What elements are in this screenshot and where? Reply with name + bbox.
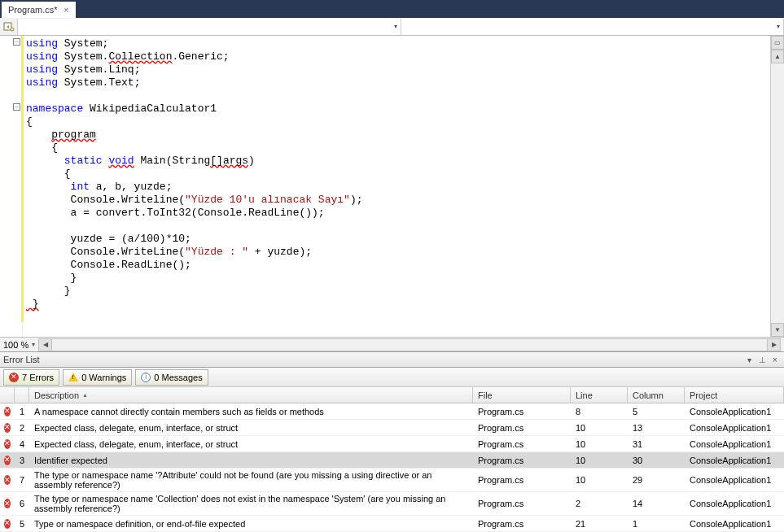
row-file: Program.cs — [473, 473, 571, 486]
table-row[interactable]: ✕7The type or namespace name '?Attribute… — [0, 469, 784, 492]
error-icon: ✕ — [0, 438, 15, 451]
error-icon: ✕ — [0, 517, 15, 530]
scroll-track[interactable] — [771, 63, 784, 323]
tab-strip: Program.cs* × — [0, 0, 784, 18]
pin-icon[interactable]: ⊥ — [756, 354, 768, 365]
row-file: Program.cs — [473, 454, 571, 467]
table-row[interactable]: ✕4Expected class, delegate, enum, interf… — [0, 436, 784, 452]
row-project: ConsoleApplication1 — [685, 517, 784, 530]
row-index: 4 — [15, 438, 29, 451]
filter-warnings[interactable]: 0 Warnings — [63, 369, 132, 386]
error-icon: ✕ — [9, 373, 19, 382]
scope-combo-right[interactable]: ▾ — [401, 19, 785, 35]
row-project: ConsoleApplication1 — [685, 497, 784, 510]
chevron-down-icon[interactable]: ▾ — [32, 341, 35, 348]
col-icon[interactable] — [0, 387, 15, 403]
info-icon: i — [141, 373, 151, 382]
row-project: ConsoleApplication1 — [685, 454, 784, 467]
table-row[interactable]: ✕1A namespace cannot directly contain me… — [0, 403, 784, 420]
row-file: Program.cs — [473, 421, 571, 434]
svg-point-1 — [11, 28, 14, 31]
window-position-icon[interactable]: ▾ — [743, 354, 755, 365]
zoom-level[interactable]: 100 % — [3, 340, 28, 350]
table-row[interactable]: ✕6The type or namespace name 'Collection… — [0, 492, 784, 516]
scroll-right-icon[interactable]: ▶ — [767, 339, 780, 351]
close-icon[interactable]: × — [63, 6, 71, 14]
split-icon[interactable]: ▭ — [771, 36, 784, 50]
col-description[interactable]: Description▲ — [29, 387, 473, 403]
tab-label: Program.cs* — [8, 5, 58, 15]
error-icon: ✕ — [0, 473, 15, 486]
error-icon: ✕ — [0, 421, 15, 434]
fold-toggle[interactable]: − — [13, 103, 20, 111]
chevron-down-icon: ▾ — [777, 23, 780, 30]
scroll-up-icon[interactable]: ▲ — [771, 50, 784, 63]
row-column: 31 — [628, 438, 685, 451]
table-row[interactable]: ✕5Type or namespace definition, or end-o… — [0, 516, 784, 532]
row-column: 1 — [628, 517, 685, 530]
filter-label: 0 Messages — [154, 373, 202, 382]
row-project: ConsoleApplication1 — [685, 438, 784, 451]
fold-toggle[interactable]: − — [13, 38, 20, 46]
row-line: 10 — [571, 454, 628, 467]
chevron-down-icon: ▾ — [394, 23, 397, 30]
filter-label: 7 Errors — [22, 373, 54, 382]
code-content[interactable]: using System; using System.Collection.Ge… — [23, 36, 770, 337]
row-index: 6 — [15, 497, 29, 510]
horizontal-scrollbar[interactable]: ◀ ▶ — [38, 338, 781, 351]
row-project: ConsoleApplication1 — [685, 421, 784, 434]
row-line: 21 — [571, 517, 628, 530]
row-description: Expected class, delegate, enum, interfac… — [29, 421, 473, 434]
row-index: 3 — [15, 454, 29, 467]
error-icon: ✕ — [0, 454, 15, 467]
errorlist-filters: ✕ 7 Errors 0 Warnings i 0 Messages — [0, 368, 784, 387]
row-index: 1 — [15, 405, 29, 418]
filter-label: 0 Warnings — [81, 373, 126, 382]
col-column[interactable]: Column — [628, 387, 685, 403]
row-index: 2 — [15, 421, 29, 434]
editor-toolbar: ▾ ▾ — [0, 18, 784, 36]
row-description: A namespace cannot directly contain memb… — [29, 405, 473, 418]
error-icon: ✕ — [0, 405, 15, 418]
close-icon[interactable]: × — [769, 354, 781, 365]
row-file: Program.cs — [473, 497, 571, 510]
col-line[interactable]: Line — [571, 387, 628, 403]
vertical-scrollbar[interactable]: ▭ ▲ ▼ — [770, 36, 784, 337]
row-index: 7 — [15, 473, 29, 486]
row-project: ConsoleApplication1 — [685, 405, 784, 418]
row-description: Expected class, delegate, enum, interfac… — [29, 438, 473, 451]
grid-header: Description▲ File Line Column Project — [0, 387, 784, 403]
table-row[interactable]: ✕2Expected class, delegate, enum, interf… — [0, 420, 784, 436]
navigate-icon[interactable] — [0, 19, 18, 35]
row-description: Type or namespace definition, or end-of-… — [29, 517, 473, 530]
row-file: Program.cs — [473, 517, 571, 530]
col-index[interactable] — [15, 387, 29, 403]
code-editor[interactable]: − − using System; using System.Collectio… — [0, 36, 784, 337]
tab-program-cs[interactable]: Program.cs* × — [2, 2, 76, 18]
row-file: Program.cs — [473, 438, 571, 451]
editor-statusbar: 100 % ▾ ◀ ▶ — [0, 337, 784, 351]
row-column: 29 — [628, 473, 685, 486]
row-line: 10 — [571, 438, 628, 451]
row-line: 10 — [571, 421, 628, 434]
row-line: 10 — [571, 473, 628, 486]
scroll-down-icon[interactable]: ▼ — [771, 323, 784, 337]
error-grid: Description▲ File Line Column Project ✕1… — [0, 387, 784, 532]
row-index: 5 — [15, 517, 29, 530]
row-file: Program.cs — [473, 405, 571, 418]
row-column: 14 — [628, 497, 685, 510]
row-description: Identifier expected — [29, 454, 473, 467]
row-line: 2 — [571, 497, 628, 510]
editor-gutter: − − — [0, 36, 23, 337]
row-column: 13 — [628, 421, 685, 434]
filter-messages[interactable]: i 0 Messages — [135, 369, 208, 386]
scroll-left-icon[interactable]: ◀ — [39, 339, 52, 351]
col-file[interactable]: File — [473, 387, 571, 403]
filter-errors[interactable]: ✕ 7 Errors — [3, 369, 59, 386]
table-row[interactable]: ✕3Identifier expectedProgram.cs1030Conso… — [0, 452, 784, 469]
row-project: ConsoleApplication1 — [685, 473, 784, 486]
col-project[interactable]: Project — [685, 387, 784, 403]
scope-combo-left[interactable]: ▾ — [18, 19, 401, 35]
row-description: The type or namespace name '?Attribute' … — [29, 469, 473, 491]
sort-asc-icon: ▲ — [82, 392, 88, 398]
